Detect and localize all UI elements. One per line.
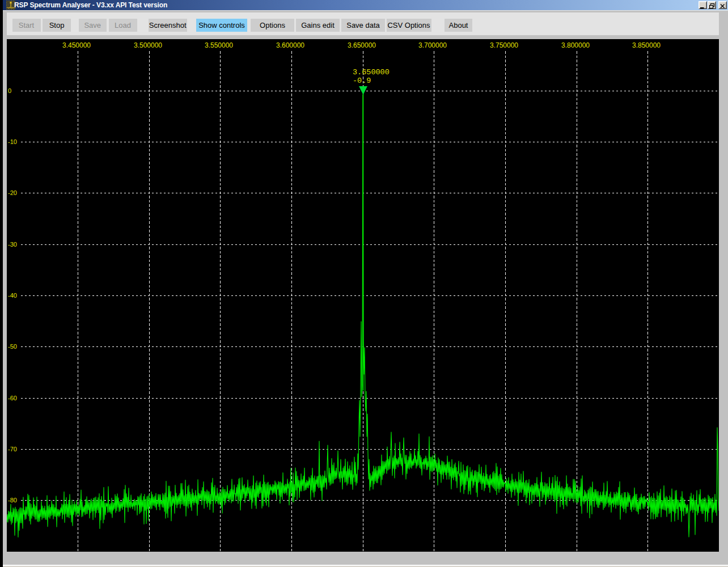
svg-text:-70: -70 bbox=[8, 446, 17, 452]
svg-text:-50: -50 bbox=[8, 343, 17, 350]
svg-text:3.600000: 3.600000 bbox=[276, 41, 304, 49]
svg-text:3.700000: 3.700000 bbox=[418, 41, 447, 49]
svg-text:3.800000: 3.800000 bbox=[561, 41, 590, 49]
svg-text:3.850000: 3.850000 bbox=[632, 41, 661, 49]
svg-text:0: 0 bbox=[8, 87, 11, 94]
svg-text:-30: -30 bbox=[8, 241, 17, 248]
svg-text:3.500000: 3.500000 bbox=[134, 41, 162, 49]
svg-text:3.550000: 3.550000 bbox=[205, 41, 233, 49]
svg-text:-40: -40 bbox=[8, 292, 17, 299]
svg-text:3.650000: 3.650000 bbox=[353, 68, 390, 77]
svg-text:-10: -10 bbox=[8, 138, 17, 145]
svg-text:-0.9: -0.9 bbox=[353, 77, 371, 85]
svg-text:-20: -20 bbox=[8, 189, 17, 196]
svg-text:-80: -80 bbox=[8, 497, 17, 503]
svg-text:3.450000: 3.450000 bbox=[62, 41, 91, 49]
svg-text:3.650000: 3.650000 bbox=[348, 41, 376, 49]
svg-text:3.750000: 3.750000 bbox=[490, 41, 518, 49]
svg-text:-60: -60 bbox=[8, 395, 17, 401]
